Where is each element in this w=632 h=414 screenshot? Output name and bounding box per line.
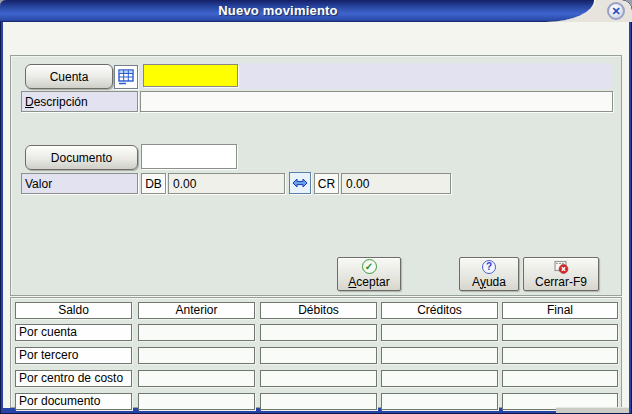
aceptar-button-label: Aceptar bbox=[348, 275, 389, 289]
title-bar[interactable]: Nuevo movimiento ✕ bbox=[0, 0, 632, 22]
accept-check-icon: ✓ bbox=[362, 259, 377, 274]
ayuda-button[interactable]: ? Ayuda bbox=[459, 257, 519, 291]
table-cell bbox=[381, 324, 498, 341]
row-label: Por cuenta bbox=[15, 324, 132, 341]
table-row-por-cuenta: Por cuenta bbox=[11, 324, 623, 341]
ayuda-label-rest: uda bbox=[486, 275, 506, 289]
cuenta-button-label: Cuenta bbox=[50, 70, 89, 84]
table-cell bbox=[260, 393, 377, 410]
dialog-body: Cuenta Descripción Documento bbox=[3, 22, 629, 408]
table-cell bbox=[502, 324, 618, 341]
cerrar-f9-button[interactable]: Cerrar-F9 bbox=[523, 257, 599, 291]
table-grid-icon bbox=[117, 69, 135, 85]
close-button[interactable]: ✕ bbox=[607, 2, 625, 20]
header-final: Final bbox=[502, 302, 618, 319]
table-cell bbox=[381, 393, 498, 410]
cuenta-lookup-button[interactable] bbox=[114, 65, 138, 89]
table-row-por-tercero: Por tercero bbox=[11, 347, 623, 364]
aceptar-button[interactable]: ✓ Aceptar bbox=[337, 257, 401, 291]
cerrar-button-label: Cerrar-F9 bbox=[535, 275, 587, 289]
window-resize-grip[interactable] bbox=[556, 407, 629, 413]
valor-db-input[interactable] bbox=[168, 173, 285, 194]
row-label: Por centro de costo bbox=[15, 370, 132, 387]
table-cell bbox=[502, 370, 618, 387]
header-anterior: Anterior bbox=[138, 302, 255, 319]
table-cell bbox=[138, 324, 255, 341]
table-cell bbox=[381, 347, 498, 364]
table-cell bbox=[138, 347, 255, 364]
cuenta-input[interactable] bbox=[143, 64, 238, 87]
form-panel: Cuenta Descripción Documento bbox=[10, 55, 622, 296]
descripcion-label: Descripción bbox=[21, 91, 138, 112]
documento-input[interactable] bbox=[141, 144, 237, 169]
ayuda-button-label: Ayuda bbox=[472, 275, 506, 289]
table-cell bbox=[381, 370, 498, 387]
swap-db-cr-button[interactable] bbox=[289, 172, 311, 194]
descripcion-input[interactable] bbox=[140, 91, 613, 112]
table-cell bbox=[502, 347, 618, 364]
valor-label: Valor bbox=[21, 173, 138, 194]
row-label: Por tercero bbox=[15, 347, 132, 364]
table-cell bbox=[138, 393, 255, 410]
descripcion-label-rest: escripción bbox=[34, 95, 88, 109]
saldo-table-panel: Saldo Anterior Débitos Créditos Final Po… bbox=[10, 297, 622, 408]
help-question-icon: ? bbox=[482, 260, 496, 274]
table-cell bbox=[260, 370, 377, 387]
close-icon: ✕ bbox=[611, 5, 620, 16]
window-title: Nuevo movimiento bbox=[0, 3, 556, 18]
cuenta-button[interactable]: Cuenta bbox=[25, 64, 113, 89]
valor-cr-tag: CR bbox=[314, 173, 339, 194]
aceptar-label-rest: ceptar bbox=[356, 275, 389, 289]
table-cell bbox=[260, 347, 377, 364]
documento-button[interactable]: Documento bbox=[25, 145, 138, 170]
close-window-icon bbox=[553, 259, 569, 274]
header-debitos: Débitos bbox=[260, 302, 377, 319]
ayuda-label-pre: A bbox=[472, 275, 480, 289]
table-cell bbox=[260, 324, 377, 341]
table-cell bbox=[138, 370, 255, 387]
header-creditos: Créditos bbox=[381, 302, 498, 319]
table-row-por-centro-de-costo: Por centro de costo bbox=[11, 370, 623, 387]
row-label: Por documento bbox=[15, 393, 132, 410]
table-row-por-documento: Por documento bbox=[11, 393, 623, 410]
documento-button-label: Documento bbox=[51, 151, 112, 165]
descripcion-label-mnemonic: D bbox=[25, 95, 34, 109]
dialog-nuevo-movimiento: Cuenta Descripción Documento bbox=[0, 0, 632, 414]
valor-cr-input[interactable] bbox=[341, 173, 451, 194]
swap-arrows-icon bbox=[292, 177, 308, 189]
table-header-row: Saldo Anterior Débitos Créditos Final bbox=[11, 302, 623, 319]
valor-db-tag: DB bbox=[141, 173, 166, 194]
header-saldo: Saldo bbox=[15, 302, 132, 319]
